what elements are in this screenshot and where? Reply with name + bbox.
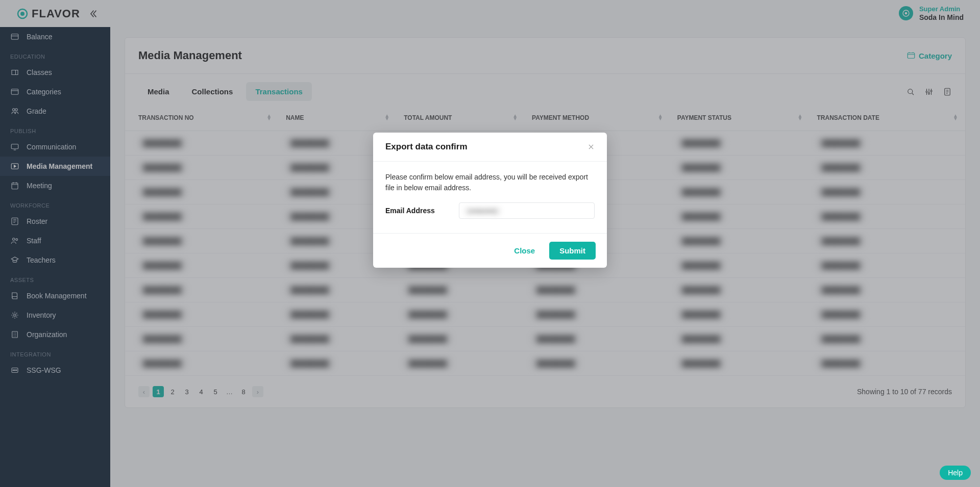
close-icon[interactable] bbox=[587, 143, 595, 150]
modal-body-text: Please confirm below email address, you … bbox=[385, 172, 595, 193]
modal-footer: Close Submit bbox=[373, 234, 607, 268]
modal-body: Please confirm below email address, you … bbox=[373, 162, 607, 234]
export-confirm-modal: Export data confirm Please confirm below… bbox=[373, 133, 607, 268]
submit-button[interactable]: Submit bbox=[549, 242, 596, 260]
email-field[interactable]: (redacted) bbox=[459, 202, 595, 219]
modal-header: Export data confirm bbox=[373, 133, 607, 162]
email-label: Email Address bbox=[385, 207, 447, 215]
email-value: (redacted) bbox=[464, 207, 501, 215]
close-button[interactable]: Close bbox=[508, 242, 541, 259]
modal-overlay[interactable]: Export data confirm Please confirm below… bbox=[0, 0, 980, 487]
email-field-row: Email Address (redacted) bbox=[385, 202, 595, 219]
modal-title: Export data confirm bbox=[385, 142, 468, 152]
help-button[interactable]: Help bbox=[940, 466, 971, 480]
